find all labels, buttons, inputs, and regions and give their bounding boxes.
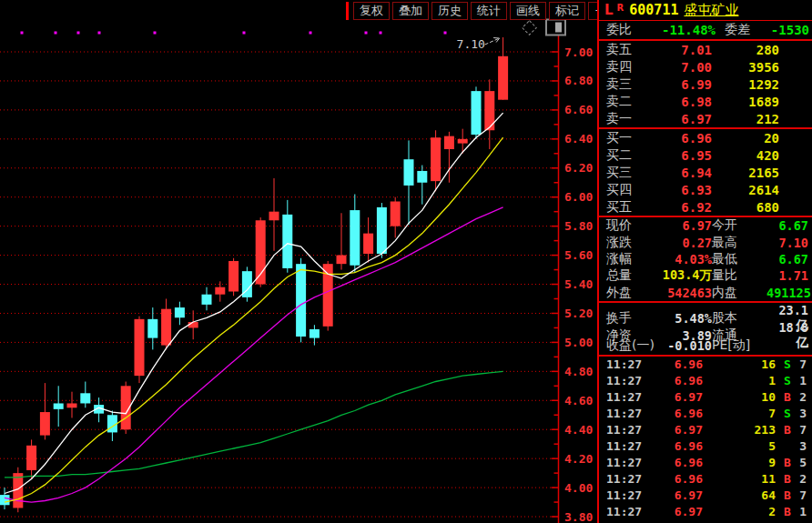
toolbar-button-statistics[interactable]: 统计	[471, 2, 507, 20]
event-marker-dot	[21, 32, 24, 35]
weibi-label: 委比	[606, 22, 648, 38]
toolbar-button-overlay[interactable]: 叠加	[392, 2, 429, 20]
bid-label: 买三	[606, 165, 652, 181]
tick-side: B	[776, 390, 799, 404]
tick-row: 11:276.972B1	[599, 504, 812, 520]
bid-volume: 2614	[712, 183, 779, 197]
toolbar-button-draw-line[interactable]: 画线	[510, 2, 546, 20]
stat-label: 最高	[712, 235, 766, 251]
toolbar-button-history[interactable]: 历史	[431, 2, 468, 20]
diamond-marker-icon[interactable]	[523, 21, 537, 35]
tick-price: 6.96	[648, 357, 703, 371]
tick-time: 11:27	[606, 488, 648, 502]
tick-row: 11:276.961S1	[599, 373, 812, 389]
price-axis-label: 5.40	[564, 277, 593, 291]
price-axis-label: 6.40	[564, 132, 593, 146]
price-axis-label: 4.60	[564, 394, 593, 407]
tick-count: 2	[799, 472, 807, 486]
stat-value: 491125	[766, 286, 811, 300]
price-axis-label: 4.20	[564, 452, 593, 466]
info-label: 收益(一)	[606, 337, 665, 354]
candle-body	[363, 234, 373, 254]
tick-list: 11:276.9616S711:276.961S111:276.9710B211…	[599, 355, 812, 520]
tick-price: 6.97	[648, 390, 703, 404]
ma-magenta-line	[5, 207, 503, 502]
candle-body	[458, 139, 468, 144]
tick-side: S	[776, 374, 799, 387]
price-axis-label: 4.80	[564, 365, 593, 378]
stat-label: 涨幅	[606, 251, 648, 267]
stat-label: 今开	[712, 217, 766, 234]
stat-value: 103.4万	[648, 267, 712, 284]
info-row: 换手5.48%股本23.1亿	[599, 303, 812, 320]
ask-price: 6.98	[652, 95, 712, 109]
tick-volume: 11	[703, 472, 776, 486]
bid-row: 买一6.9620	[599, 129, 812, 146]
bid-row: 买二6.95420	[599, 146, 812, 164]
quote-stats: 现价6.97今开6.67涨跌0.27最高7.10涨幅4.03%最低6.67总量1…	[599, 216, 812, 301]
tick-price: 6.96	[648, 472, 703, 486]
toolbar-button-fuquan[interactable]: 复权	[353, 2, 390, 20]
tick-row: 11:276.969B5	[599, 455, 812, 471]
candle-body	[472, 91, 482, 135]
tick-row: 11:276.9653	[599, 438, 812, 455]
ask-label: 卖二	[606, 94, 652, 110]
stat-value: 6.67	[766, 218, 808, 233]
candle-body	[431, 137, 441, 181]
bid-label: 买四	[606, 182, 652, 198]
stat-value: 7.10	[766, 236, 808, 250]
ask-row: 卖五7.01280	[599, 41, 812, 58]
weibi-row: 委比 -11.48% 委差 -1530	[599, 21, 812, 39]
candle-body	[215, 287, 225, 295]
bid-volume: 2165	[712, 166, 779, 180]
candle-body	[404, 159, 414, 186]
tick-price: 6.96	[648, 374, 703, 387]
event-marker-dot	[154, 32, 157, 35]
toolbar-accent-bar	[346, 2, 349, 20]
weibi-value: -11.48%	[648, 23, 716, 37]
tick-volume: 1	[703, 374, 776, 387]
ask-levels: 卖五7.01280卖四7.003956卖三6.991292卖二6.981689卖…	[599, 39, 812, 127]
bid-volume: 420	[712, 148, 779, 163]
price-axis-label: 6.00	[564, 190, 593, 204]
ma-green-line	[5, 371, 503, 478]
stat-label: 总量	[606, 267, 648, 284]
tick-time: 11:27	[606, 472, 648, 486]
tick-volume: 5	[703, 439, 776, 453]
tick-side: B	[776, 456, 799, 469]
tick-side: B	[776, 505, 799, 518]
ask-price: 6.99	[652, 77, 712, 92]
quote-panel: L R 600711 盛屯矿业 委比 -11.48% 委差 -1530 卖五7.…	[597, 0, 812, 523]
stat-label: 内盘	[712, 285, 766, 301]
tick-side: S	[776, 357, 799, 371]
quote-header: L R 600711 盛屯矿业	[599, 0, 812, 21]
bid-price: 6.92	[652, 200, 712, 215]
candle-body	[228, 261, 239, 292]
ask-label: 卖四	[606, 59, 652, 75]
price-axis-label: 6.80	[564, 74, 593, 87]
price-axis-label: 4.40	[564, 423, 593, 437]
tick-time: 11:27	[606, 505, 648, 518]
tick-time: 11:27	[606, 407, 648, 420]
bid-row: 买五6.92680	[599, 198, 812, 216]
ask-row: 卖四7.003956	[599, 58, 812, 75]
event-marker-dot	[243, 32, 246, 35]
event-marker-dot	[444, 32, 447, 35]
link-badge[interactable]: L	[604, 2, 614, 18]
stock-name[interactable]: 盛屯矿业	[684, 2, 738, 19]
price-axis-label: 6.20	[564, 161, 593, 175]
tick-price: 6.97	[648, 423, 703, 437]
ask-volume: 1689	[712, 95, 779, 109]
candle-body	[147, 319, 157, 338]
tick-side: B	[776, 472, 799, 486]
ask-row: 卖三6.991292	[599, 75, 812, 93]
candle-body	[0, 495, 10, 505]
tick-count: 2	[799, 390, 807, 404]
info-label: 换手	[606, 310, 665, 327]
toolbar-button-mark[interactable]: 标记	[549, 2, 585, 20]
candlestick-chart[interactable]: 7.006.806.606.406.206.005.805.605.405.20…	[0, 0, 597, 523]
tick-count: 3	[799, 439, 807, 453]
tick-price: 6.97	[648, 488, 703, 502]
stat-value: 0.27	[648, 236, 712, 250]
stat-value: 4.03%	[648, 252, 712, 267]
